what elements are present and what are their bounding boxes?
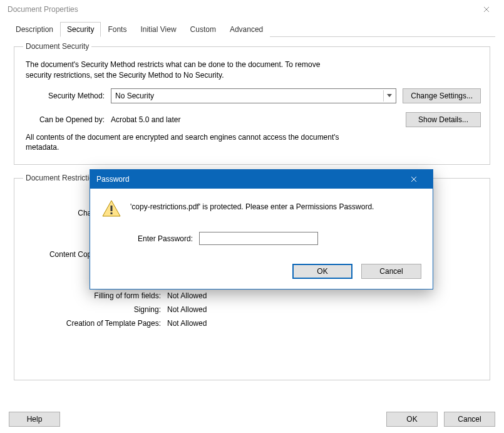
tab-advanced[interactable]: Advanced <box>223 22 270 37</box>
help-button[interactable]: Help <box>9 412 60 427</box>
password-dialog-buttons: OK Cancel <box>90 254 433 289</box>
window-titlebar: Document Properties <box>0 0 504 19</box>
password-dialog-title: Password <box>96 175 401 184</box>
restriction-template-pages: Creation of Template Pages: Not Allowed <box>23 319 481 328</box>
security-method-value: No Security <box>115 91 154 100</box>
password-dialog: Password 'copy-restrictions.pdf' is prot… <box>90 169 433 290</box>
ok-button[interactable]: OK <box>386 412 438 427</box>
password-dialog-message: 'copy-restrictions.pdf' is protected. Pl… <box>130 199 374 211</box>
tab-fonts[interactable]: Fonts <box>101 22 133 37</box>
encryption-note: All contents of the document are encrypt… <box>26 132 478 154</box>
opened-by-row: Can be Opened by: Acrobat 5.0 and later … <box>23 112 481 127</box>
tab-security[interactable]: Security <box>60 22 101 37</box>
document-security-legend: Document Security <box>23 42 91 51</box>
password-ok-button[interactable]: OK <box>292 264 352 279</box>
security-method-label: Security Method: <box>23 91 111 100</box>
svg-rect-0 <box>111 206 113 211</box>
password-dialog-close-button[interactable] <box>401 170 426 189</box>
tab-custom[interactable]: Custom <box>183 22 223 37</box>
svg-rect-1 <box>111 212 113 214</box>
window-close-button[interactable] <box>474 0 499 19</box>
window-title: Document Properties <box>5 5 474 14</box>
password-input[interactable] <box>199 232 318 245</box>
password-dialog-titlebar: Password <box>90 170 433 189</box>
show-details-button[interactable]: Show Details... <box>406 112 481 127</box>
tab-initial-view[interactable]: Initial View <box>133 22 183 37</box>
close-icon <box>483 6 490 13</box>
security-method-select[interactable]: No Security <box>111 88 396 103</box>
security-intro-text: The document's Security Method restricts… <box>26 60 481 81</box>
tab-description[interactable]: Description <box>9 22 60 37</box>
opened-by-value: Acrobat 5.0 and later <box>111 115 406 124</box>
close-icon <box>411 176 417 182</box>
warning-icon <box>101 199 121 221</box>
chevron-down-icon <box>383 90 394 102</box>
password-dialog-body: 'copy-restrictions.pdf' is protected. Pl… <box>90 189 433 254</box>
restriction-form-fields: Filling of form fields: Not Allowed <box>23 291 481 300</box>
security-method-row: Security Method: No Security Change Sett… <box>23 88 481 103</box>
cancel-button[interactable]: Cancel <box>444 412 495 427</box>
password-input-row: Enter Password: <box>130 232 421 245</box>
password-cancel-button[interactable]: Cancel <box>361 264 421 279</box>
document-security-group: Document Security The document's Securit… <box>14 42 490 165</box>
restriction-signing: Signing: Not Allowed <box>23 305 481 314</box>
opened-by-label: Can be Opened by: <box>23 115 111 124</box>
change-settings-button[interactable]: Change Settings... <box>403 88 481 103</box>
password-input-label: Enter Password: <box>130 234 199 243</box>
tab-strip: Description Security Fonts Initial View … <box>9 21 495 37</box>
dialog-button-bar: Help OK Cancel <box>0 405 504 433</box>
